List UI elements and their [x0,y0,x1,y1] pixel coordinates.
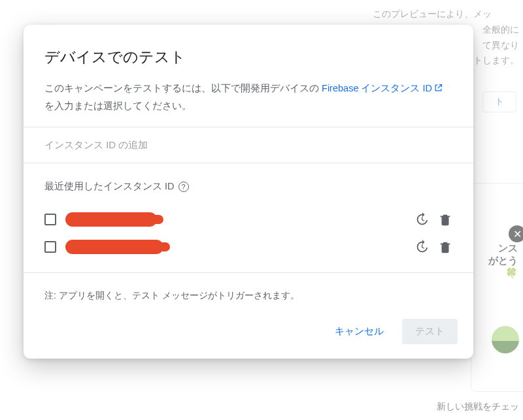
help-icon[interactable]: ? [178,182,189,192]
desc-text-before: このキャンペーンをテストするには、以下で開発用デバイスの [44,83,322,93]
redacted-id [65,212,157,227]
test-button[interactable]: テスト [402,319,458,344]
desc-text-after: を入力または選択してください。 [44,101,192,111]
recent-label-text: 最近使用したインスタンス ID [44,180,175,193]
history-icon[interactable] [414,240,429,254]
list-item [38,233,459,261]
history-icon[interactable] [414,212,429,227]
modal-actions: キャンセル テスト [44,319,458,344]
instance-id-input[interactable] [44,139,452,150]
list-item [38,206,459,233]
instance-id-list [24,199,473,272]
instance-id-input-row [24,127,473,163]
redacted-id [65,240,163,254]
external-link-icon [433,82,443,98]
modal-header: デバイスでのテスト このキャンペーンをテストするには、以下で開発用デバイスの F… [24,25,473,127]
delete-icon[interactable] [438,212,452,227]
modal-title: デバイスでのテスト [44,47,452,67]
checkbox[interactable] [44,241,56,253]
modal-footer: 注: アプリを開くと、テスト メッセージがトリガーされます。 キャンセル テスト [24,273,473,359]
footer-note: 注: アプリを開くと、テスト メッセージがトリガーされます。 [44,290,458,302]
recent-section: 最近使用したインスタンス ID ? [24,163,473,199]
firebase-instance-id-link[interactable]: Firebase インスタンス ID [322,83,443,93]
modal-description: このキャンペーンをテストするには、以下で開発用デバイスの Firebase イン… [44,80,452,114]
checkbox[interactable] [44,214,56,225]
cancel-button[interactable]: キャンセル [328,320,390,343]
delete-icon[interactable] [438,240,452,254]
recent-label: 最近使用したインスタンス ID ? [44,180,452,193]
test-device-modal: デバイスでのテスト このキャンペーンをテストするには、以下で開発用デバイスの F… [24,25,473,359]
